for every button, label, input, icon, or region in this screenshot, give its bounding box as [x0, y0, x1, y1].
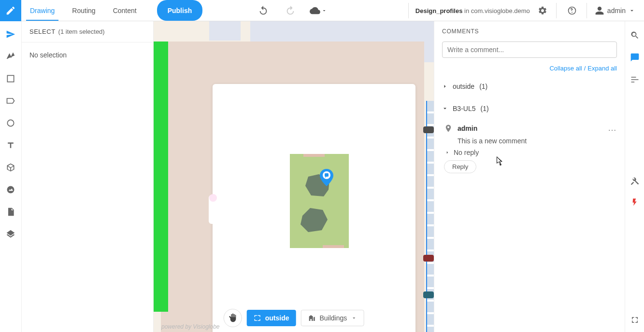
- undo-button[interactable]: [256, 3, 271, 18]
- map-obstacle-shape: [300, 207, 329, 233]
- list-icon[interactable]: [630, 74, 640, 85]
- project-name: Design_profiles: [415, 7, 463, 14]
- select-panel: SELECT (1 item selected) No selection: [21, 21, 154, 332]
- map-building-card[interactable]: [213, 84, 415, 332]
- map-car-icon: [423, 255, 434, 262]
- search-icon[interactable]: [630, 30, 640, 41]
- expand-all-link[interactable]: Expand all: [587, 65, 617, 72]
- comment-body: This is a new comment: [444, 137, 617, 145]
- comment-item: admin … This is a new comment No reply R…: [442, 123, 617, 173]
- buildings-label: Buildings: [319, 314, 347, 322]
- circle-tool[interactable]: [5, 118, 16, 128]
- left-toolbar: [0, 21, 21, 332]
- cloud-sync-dropdown[interactable]: [310, 5, 327, 16]
- cube-tool[interactable]: [5, 162, 16, 173]
- user-menu[interactable]: admin: [595, 6, 635, 15]
- rectangle-tool[interactable]: [5, 73, 16, 84]
- project-info: Design_profiles in com.visioglobe.demo: [408, 3, 557, 18]
- map-bg-shape: [209, 21, 241, 41]
- map-door-icon: [323, 245, 344, 248]
- help-button[interactable]: [564, 3, 580, 18]
- tab-routing[interactable]: Routing: [63, 0, 104, 21]
- chevron-right-icon: [445, 150, 450, 155]
- select-panel-header: SELECT (1 item selected): [22, 21, 153, 42]
- settings-button[interactable]: [535, 3, 550, 18]
- comment-replies-toggle[interactable]: No reply: [444, 149, 617, 156]
- thread-count: (1): [479, 83, 487, 90]
- select-tool[interactable]: [5, 29, 16, 40]
- map-floor-block[interactable]: [290, 154, 349, 248]
- collapse-all-link[interactable]: Collapse all: [549, 65, 582, 72]
- fullscreen-icon[interactable]: [630, 315, 640, 325]
- bolt-icon[interactable]: [630, 197, 640, 208]
- comment-marker-icon[interactable]: [320, 169, 333, 186]
- location-pin-icon[interactable]: [444, 124, 453, 133]
- map-car-icon: [423, 291, 434, 298]
- chevron-right-icon: [442, 83, 448, 89]
- comments-panel: COMMENTS Collapse all/Expand all outside…: [434, 21, 625, 332]
- map-green-strip: [154, 42, 168, 312]
- svg-rect-0: [7, 75, 14, 82]
- image-tool[interactable]: [5, 184, 16, 195]
- project-in: in: [462, 7, 471, 14]
- canvas-bottom-controls: outside Buildings: [224, 309, 364, 327]
- polygon-tool[interactable]: [5, 96, 16, 106]
- comments-icon[interactable]: [630, 52, 640, 63]
- chevron-down-icon: [442, 106, 448, 111]
- collapse-expand-row: Collapse all/Expand all: [442, 65, 617, 72]
- user-name: admin: [607, 7, 626, 14]
- powered-by-label: powered by Visioglobe: [161, 323, 220, 330]
- tab-drawing[interactable]: Drawing: [21, 0, 63, 21]
- map-car-icon: [423, 126, 434, 133]
- no-selection-text: No selection: [22, 42, 153, 68]
- top-bar: Drawing Routing Content Publish Design_p…: [0, 0, 644, 21]
- floor-selector-button[interactable]: outside: [247, 310, 296, 326]
- project-package: com.visioglobe.demo: [471, 7, 530, 14]
- reply-button[interactable]: Reply: [444, 160, 476, 173]
- layers-tool[interactable]: [5, 229, 16, 239]
- select-count: (1 item selected): [58, 28, 105, 35]
- comments-title: COMMENTS: [442, 28, 617, 35]
- svg-rect-4: [325, 173, 329, 177]
- map-canvas[interactable]: powered by Visioglobe outside Buildings: [154, 21, 434, 332]
- brand-edit-icon[interactable]: [0, 0, 21, 21]
- text-tool[interactable]: [5, 140, 16, 151]
- svg-point-1: [7, 120, 14, 126]
- redo-button[interactable]: [283, 3, 298, 18]
- map-door-icon: [303, 154, 325, 157]
- comment-more-menu[interactable]: …: [608, 123, 617, 133]
- tab-content[interactable]: Content: [104, 0, 145, 21]
- publish-button[interactable]: Publish: [157, 0, 203, 21]
- map-dot-icon: [209, 194, 217, 202]
- tools-icon[interactable]: [630, 176, 640, 186]
- thread-name: outside: [453, 83, 474, 90]
- svg-point-2: [7, 186, 14, 194]
- comment-author: admin: [458, 124, 477, 132]
- document-tool[interactable]: [5, 207, 16, 217]
- line-tool[interactable]: [5, 51, 16, 62]
- thread-count: (1): [480, 105, 488, 112]
- select-label: SELECT: [29, 28, 56, 35]
- right-rail: [625, 21, 644, 332]
- comment-input[interactable]: [442, 42, 617, 58]
- buildings-dropdown[interactable]: Buildings: [301, 310, 364, 326]
- floor-selector-label: outside: [265, 314, 289, 322]
- pan-hand-button[interactable]: [224, 309, 242, 327]
- main-tabs: Drawing Routing Content: [21, 0, 145, 21]
- thread-outside[interactable]: outside (1): [442, 79, 617, 94]
- thread-b3-ul5[interactable]: B3-UL5 (1): [442, 101, 617, 116]
- no-reply-label: No reply: [454, 149, 479, 156]
- thread-name: B3-UL5: [453, 105, 475, 112]
